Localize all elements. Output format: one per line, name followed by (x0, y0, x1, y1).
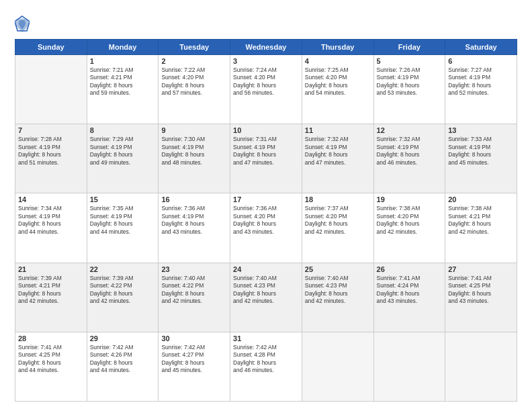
cell-info: Sunrise: 7:42 AMSunset: 4:26 PMDaylight:… (90, 344, 156, 375)
cell-info: Sunrise: 7:28 AMSunset: 4:19 PMDaylight:… (18, 136, 84, 167)
calendar-cell: 11Sunrise: 7:32 AMSunset: 4:19 PMDayligh… (302, 124, 373, 193)
calendar-cell: 8Sunrise: 7:29 AMSunset: 4:19 PMDaylight… (87, 124, 159, 193)
calendar-cell: 26Sunrise: 7:41 AMSunset: 4:24 PMDayligh… (373, 263, 445, 332)
day-number: 23 (161, 265, 227, 273)
day-number: 10 (233, 126, 299, 134)
day-number: 26 (377, 265, 443, 273)
header-day-monday: Monday (87, 40, 159, 55)
calendar-cell: 29Sunrise: 7:42 AMSunset: 4:26 PMDayligh… (87, 332, 159, 401)
cell-info: Sunrise: 7:39 AMSunset: 4:21 PMDaylight:… (18, 275, 84, 306)
cell-info: Sunrise: 7:30 AMSunset: 4:19 PMDaylight:… (161, 136, 227, 167)
calendar-cell: 7Sunrise: 7:28 AMSunset: 4:19 PMDaylight… (15, 124, 87, 193)
day-number: 2 (161, 57, 227, 65)
calendar-cell: 27Sunrise: 7:41 AMSunset: 4:25 PMDayligh… (445, 263, 517, 332)
day-number: 24 (233, 265, 299, 273)
cell-info: Sunrise: 7:36 AMSunset: 4:19 PMDaylight:… (161, 205, 227, 236)
calendar-cell: 9Sunrise: 7:30 AMSunset: 4:19 PMDaylight… (159, 124, 230, 193)
cell-info: Sunrise: 7:32 AMSunset: 4:19 PMDaylight:… (305, 136, 371, 167)
calendar-week-5: 28Sunrise: 7:41 AMSunset: 4:25 PMDayligh… (15, 332, 517, 401)
header-day-sunday: Sunday (15, 40, 87, 55)
calendar-cell: 24Sunrise: 7:40 AMSunset: 4:23 PMDayligh… (230, 263, 302, 332)
calendar-cell: 30Sunrise: 7:42 AMSunset: 4:27 PMDayligh… (159, 332, 230, 401)
day-number: 7 (18, 126, 84, 134)
page: SundayMondayTuesdayWednesdayThursdayFrid… (0, 0, 532, 411)
header-day-saturday: Saturday (445, 40, 517, 55)
day-number: 27 (448, 265, 514, 273)
cell-info: Sunrise: 7:42 AMSunset: 4:28 PMDaylight:… (233, 344, 299, 375)
calendar-cell: 19Sunrise: 7:38 AMSunset: 4:20 PMDayligh… (373, 193, 445, 263)
cell-info: Sunrise: 7:34 AMSunset: 4:19 PMDaylight:… (18, 205, 84, 236)
calendar-cell: 15Sunrise: 7:35 AMSunset: 4:19 PMDayligh… (87, 193, 159, 263)
cell-info: Sunrise: 7:41 AMSunset: 4:24 PMDaylight:… (377, 275, 443, 306)
calendar-table: SundayMondayTuesdayWednesdayThursdayFrid… (15, 39, 517, 402)
day-number: 3 (233, 57, 299, 65)
cell-info: Sunrise: 7:40 AMSunset: 4:22 PMDaylight:… (161, 275, 227, 306)
cell-info: Sunrise: 7:25 AMSunset: 4:20 PMDaylight:… (305, 66, 371, 97)
cell-info: Sunrise: 7:29 AMSunset: 4:19 PMDaylight:… (90, 136, 156, 167)
day-number: 19 (377, 195, 443, 203)
calendar-week-4: 21Sunrise: 7:39 AMSunset: 4:21 PMDayligh… (15, 263, 517, 332)
cell-info: Sunrise: 7:32 AMSunset: 4:19 PMDaylight:… (377, 136, 443, 167)
day-number: 22 (90, 265, 156, 273)
day-number: 25 (305, 265, 371, 273)
calendar-cell: 4Sunrise: 7:25 AMSunset: 4:20 PMDaylight… (302, 55, 373, 124)
calendar-cell: 6Sunrise: 7:27 AMSunset: 4:19 PMDaylight… (445, 55, 517, 124)
cell-info: Sunrise: 7:22 AMSunset: 4:20 PMDaylight:… (161, 66, 227, 97)
cell-info: Sunrise: 7:33 AMSunset: 4:19 PMDaylight:… (448, 136, 514, 167)
calendar-cell: 22Sunrise: 7:39 AMSunset: 4:22 PMDayligh… (87, 263, 159, 332)
day-number: 9 (161, 126, 227, 134)
day-number: 5 (377, 57, 443, 65)
cell-info: Sunrise: 7:38 AMSunset: 4:20 PMDaylight:… (377, 205, 443, 236)
day-number: 29 (90, 334, 156, 342)
header (15, 12, 517, 34)
day-number: 16 (161, 195, 227, 203)
cell-info: Sunrise: 7:38 AMSunset: 4:21 PMDaylight:… (448, 205, 514, 236)
calendar-cell (15, 55, 87, 124)
cell-info: Sunrise: 7:37 AMSunset: 4:20 PMDaylight:… (305, 205, 371, 236)
header-day-tuesday: Tuesday (159, 40, 230, 55)
day-number: 14 (18, 195, 84, 203)
cell-info: Sunrise: 7:41 AMSunset: 4:25 PMDaylight:… (18, 344, 84, 375)
calendar-week-3: 14Sunrise: 7:34 AMSunset: 4:19 PMDayligh… (15, 193, 517, 263)
logo-icon (15, 15, 30, 34)
calendar-cell (373, 332, 445, 401)
cell-info: Sunrise: 7:40 AMSunset: 4:23 PMDaylight:… (233, 275, 299, 306)
calendar-cell: 20Sunrise: 7:38 AMSunset: 4:21 PMDayligh… (445, 193, 517, 263)
cell-info: Sunrise: 7:24 AMSunset: 4:20 PMDaylight:… (233, 66, 299, 97)
calendar-cell: 31Sunrise: 7:42 AMSunset: 4:28 PMDayligh… (230, 332, 302, 401)
calendar-cell: 2Sunrise: 7:22 AMSunset: 4:20 PMDaylight… (159, 55, 230, 124)
cell-info: Sunrise: 7:26 AMSunset: 4:19 PMDaylight:… (377, 66, 443, 97)
header-day-friday: Friday (373, 40, 445, 55)
day-number: 17 (233, 195, 299, 203)
calendar-cell: 1Sunrise: 7:21 AMSunset: 4:21 PMDaylight… (87, 55, 159, 124)
day-number: 28 (18, 334, 84, 342)
header-day-wednesday: Wednesday (230, 40, 302, 55)
calendar-cell: 18Sunrise: 7:37 AMSunset: 4:20 PMDayligh… (302, 193, 373, 263)
day-number: 20 (448, 195, 514, 203)
cell-info: Sunrise: 7:27 AMSunset: 4:19 PMDaylight:… (448, 66, 514, 97)
calendar-cell: 10Sunrise: 7:31 AMSunset: 4:19 PMDayligh… (230, 124, 302, 193)
cell-info: Sunrise: 7:36 AMSunset: 4:20 PMDaylight:… (233, 205, 299, 236)
cell-info: Sunrise: 7:42 AMSunset: 4:27 PMDaylight:… (161, 344, 227, 375)
day-number: 21 (18, 265, 84, 273)
calendar-cell: 28Sunrise: 7:41 AMSunset: 4:25 PMDayligh… (15, 332, 87, 401)
calendar-cell: 12Sunrise: 7:32 AMSunset: 4:19 PMDayligh… (373, 124, 445, 193)
calendar-week-1: 1Sunrise: 7:21 AMSunset: 4:21 PMDaylight… (15, 55, 517, 124)
calendar-cell: 17Sunrise: 7:36 AMSunset: 4:20 PMDayligh… (230, 193, 302, 263)
day-number: 30 (161, 334, 227, 342)
header-day-thursday: Thursday (302, 40, 373, 55)
cell-info: Sunrise: 7:40 AMSunset: 4:23 PMDaylight:… (305, 275, 371, 306)
cell-info: Sunrise: 7:21 AMSunset: 4:21 PMDaylight:… (90, 66, 156, 97)
calendar-cell: 5Sunrise: 7:26 AMSunset: 4:19 PMDaylight… (373, 55, 445, 124)
calendar-week-2: 7Sunrise: 7:28 AMSunset: 4:19 PMDaylight… (15, 124, 517, 193)
cell-info: Sunrise: 7:41 AMSunset: 4:25 PMDaylight:… (448, 275, 514, 306)
day-number: 8 (90, 126, 156, 134)
header-row: SundayMondayTuesdayWednesdayThursdayFrid… (15, 40, 517, 55)
logo (15, 15, 32, 34)
day-number: 1 (90, 57, 156, 65)
day-number: 6 (448, 57, 514, 65)
calendar-cell (445, 332, 517, 401)
calendar-cell: 23Sunrise: 7:40 AMSunset: 4:22 PMDayligh… (159, 263, 230, 332)
day-number: 4 (305, 57, 371, 65)
calendar-cell: 25Sunrise: 7:40 AMSunset: 4:23 PMDayligh… (302, 263, 373, 332)
